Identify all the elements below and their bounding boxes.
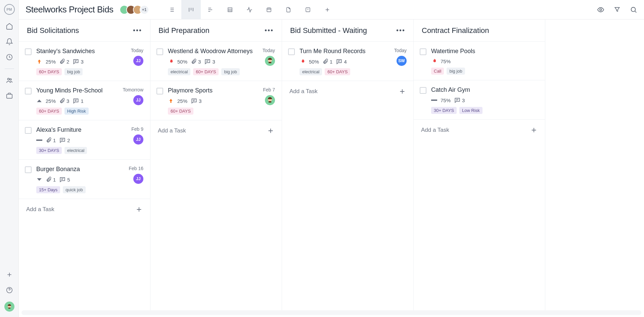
column-menu-icon[interactable]: ••• xyxy=(396,27,405,34)
task-card[interactable]: Westlend & Woodrow Attorneys50%33electri… xyxy=(150,42,282,81)
column-title[interactable]: Contract Finalization xyxy=(422,26,489,35)
profile-avatar[interactable] xyxy=(4,302,14,312)
task-card[interactable]: Alexa's Furniture1230+ DAYSelectricalFeb… xyxy=(19,120,150,160)
task-tag[interactable]: quick job xyxy=(63,186,85,193)
sheet-view-icon[interactable] xyxy=(220,0,240,19)
task-tag[interactable]: High Risk xyxy=(64,108,89,115)
home-icon[interactable] xyxy=(5,22,13,30)
task-checkbox[interactable] xyxy=(25,48,32,55)
task-tag[interactable]: Call xyxy=(431,68,444,75)
task-checkbox[interactable] xyxy=(420,48,426,55)
column-title[interactable]: Bid Submitted - Waiting xyxy=(290,26,367,35)
task-tag[interactable]: 60+ DAYS xyxy=(193,68,219,75)
task-checkbox[interactable] xyxy=(25,88,32,94)
portfolio-icon[interactable] xyxy=(5,92,13,100)
project-title[interactable]: Steelworks Project Bids xyxy=(26,4,113,15)
assignee-avatar[interactable]: JJ xyxy=(133,174,143,184)
search-icon[interactable] xyxy=(630,6,637,13)
progress-percent: 50% xyxy=(309,59,319,65)
svg-rect-16 xyxy=(269,62,271,63)
comments-count: 1 xyxy=(73,97,83,104)
filter-icon[interactable] xyxy=(614,6,620,13)
task-checkbox[interactable] xyxy=(156,48,163,55)
task-card[interactable]: Playmore Sports25%360+ DAYSFeb 7 xyxy=(150,81,282,120)
assignee-avatar[interactable]: JJ xyxy=(133,134,143,145)
notifications-icon[interactable] xyxy=(5,38,13,46)
task-title: Burger Bonanza xyxy=(36,166,143,173)
board-column: Bid Solicitations•••Stanley's Sandwiches… xyxy=(19,19,150,310)
task-checkbox[interactable] xyxy=(288,48,295,55)
task-checkbox[interactable] xyxy=(156,88,163,94)
task-tag[interactable]: big job xyxy=(447,68,465,75)
task-card[interactable]: Young Minds Pre-School25%3160+ DAYSHigh … xyxy=(19,81,150,120)
task-tag[interactable]: 60+ DAYS xyxy=(168,108,193,115)
task-tag[interactable]: 30+ DAYS xyxy=(36,147,62,154)
column-header: Contract Finalization xyxy=(414,19,545,42)
add-task-button[interactable]: Add a Task xyxy=(282,81,413,102)
priority-icon xyxy=(36,98,42,104)
priority-icon xyxy=(168,98,174,104)
due-date: Today xyxy=(131,48,143,53)
task-tag[interactable]: electrical xyxy=(300,68,322,75)
svg-rect-20 xyxy=(431,100,437,101)
add-task-button[interactable]: Add a Task xyxy=(414,120,545,141)
column-title[interactable]: Bid Solicitations xyxy=(27,26,79,35)
list-view-icon[interactable] xyxy=(162,0,181,19)
task-checkbox[interactable] xyxy=(420,87,426,94)
comments-count: 4 xyxy=(336,58,347,65)
sidebar-rail: PM xyxy=(0,0,19,317)
task-tag[interactable]: big job xyxy=(221,68,239,75)
attachments-count: 2 xyxy=(59,58,69,65)
due-date: Feb 9 xyxy=(131,126,143,132)
gantt-view-icon[interactable] xyxy=(201,0,220,19)
add-task-button[interactable]: Add a Task xyxy=(150,120,282,141)
progress-percent: 75% xyxy=(441,58,451,64)
attachments-count: 3 xyxy=(191,58,201,65)
risk-view-icon[interactable] xyxy=(298,0,318,19)
task-tag[interactable]: 15+ Days xyxy=(36,186,60,193)
add-view-icon[interactable] xyxy=(318,0,337,19)
task-card[interactable]: Turn Me Round Records50%14electrical60+ … xyxy=(282,42,413,81)
team-icon[interactable] xyxy=(5,76,13,84)
task-title: Westlend & Woodrow Attorneys xyxy=(168,48,275,55)
task-tag[interactable]: 30+ DAYS xyxy=(431,107,457,114)
task-tag[interactable]: Low Risk xyxy=(459,107,482,114)
add-task-button[interactable]: Add a Task xyxy=(19,199,150,220)
recent-icon[interactable] xyxy=(5,53,13,61)
plus-icon xyxy=(399,88,406,95)
board-view-icon[interactable] xyxy=(181,0,201,19)
task-tag[interactable]: big job xyxy=(64,68,83,75)
column-title[interactable]: Bid Preparation xyxy=(158,26,210,35)
calendar-view-icon[interactable] xyxy=(259,0,279,19)
task-tag[interactable]: 60+ DAYS xyxy=(36,108,62,115)
svg-rect-9 xyxy=(267,8,271,11)
help-icon[interactable] xyxy=(5,286,13,294)
assignee-avatar[interactable] xyxy=(265,95,275,105)
assignee-avatar[interactable]: JJ xyxy=(133,56,143,66)
task-card[interactable]: Watertime Pools75%Callbig job xyxy=(414,42,545,80)
task-tag[interactable]: 60+ DAYS xyxy=(36,68,62,75)
svg-rect-8 xyxy=(228,8,232,12)
column-menu-icon[interactable]: ••• xyxy=(265,27,274,34)
add-icon[interactable] xyxy=(5,271,13,279)
assignee-avatar[interactable]: JJ xyxy=(133,95,143,105)
files-view-icon[interactable] xyxy=(279,0,298,19)
assignee-avatar[interactable] xyxy=(265,56,275,66)
task-card[interactable]: Burger Bonanza1515+ Daysquick jobFeb 16J… xyxy=(19,160,150,199)
app-logo[interactable]: PM xyxy=(4,4,15,15)
task-tag[interactable]: 60+ DAYS xyxy=(325,68,350,75)
task-card[interactable]: Catch Air Gym75%330+ DAYSLow Risk xyxy=(414,80,545,120)
assignee-avatar[interactable]: SW xyxy=(397,56,407,66)
task-card[interactable]: Stanley's Sandwiches25%2360+ DAYSbig job… xyxy=(19,42,150,81)
column-menu-icon[interactable]: ••• xyxy=(133,27,142,34)
workload-view-icon[interactable] xyxy=(240,0,259,19)
member-avatars[interactable]: +1 xyxy=(120,5,149,14)
task-tag[interactable]: electrical xyxy=(64,147,87,154)
watch-icon[interactable] xyxy=(597,6,604,13)
task-checkbox[interactable] xyxy=(25,166,32,173)
task-checkbox[interactable] xyxy=(25,127,32,134)
svg-point-1 xyxy=(7,78,9,80)
kanban-board: Bid Solicitations•••Stanley's Sandwiches… xyxy=(19,19,644,310)
horizontal-scrollbar[interactable] xyxy=(21,310,641,315)
task-tag[interactable]: electrical xyxy=(168,68,190,75)
